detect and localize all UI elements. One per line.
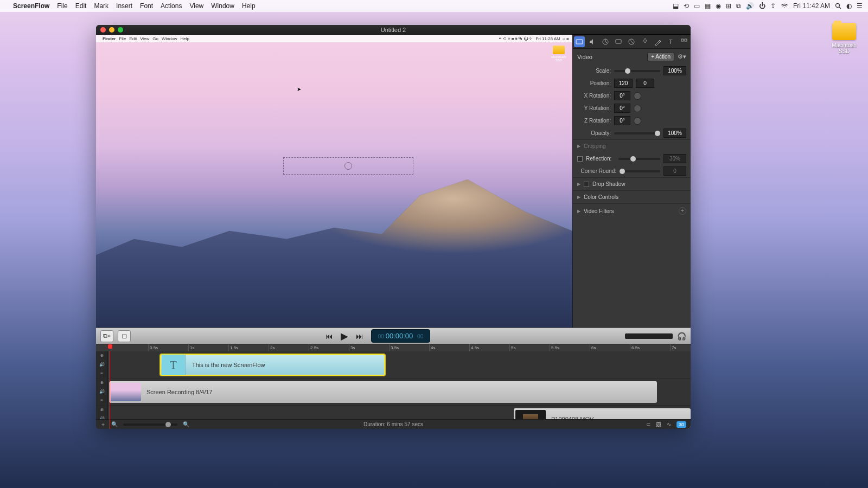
status-sync-icon[interactable]: ⟲ <box>684 2 689 10</box>
minimize-button[interactable] <box>109 27 114 33</box>
crop-button[interactable]: ▢ <box>118 330 131 342</box>
add-action-button[interactable]: + Action <box>647 52 674 61</box>
fps-badge[interactable]: 30 <box>676 421 686 428</box>
menu-file[interactable]: File <box>57 2 67 10</box>
track-visible-icon[interactable]: 👁 <box>100 408 104 413</box>
status-calendar-icon[interactable]: ▦ <box>705 2 711 10</box>
timeline-track-2[interactable]: 👁🔊≡ Screen Recording 8/4/17 <box>96 378 691 406</box>
track-visible-icon[interactable]: 👁 <box>100 381 104 386</box>
reflection-slider[interactable] <box>618 158 660 160</box>
layers-button[interactable]: ⧉» <box>100 330 113 342</box>
zoom-slider[interactable] <box>123 423 177 426</box>
prev-button[interactable]: ⏮ <box>326 332 333 341</box>
timeline-track-1[interactable]: 👁🔊≡ T This is the new ScreenFlow <box>96 351 691 378</box>
tab-annotations[interactable] <box>640 36 650 47</box>
text-clip[interactable]: T This is the new ScreenFlow <box>160 354 385 376</box>
zoom-button[interactable] <box>118 27 123 33</box>
status-dropbox-icon[interactable]: ⬓ <box>673 2 679 10</box>
track-menu-icon[interactable]: ≡ <box>100 398 103 403</box>
zrot-dial[interactable] <box>634 117 641 125</box>
picture-icon[interactable]: 🖼 <box>656 421 661 427</box>
timeline-ruler[interactable]: 0.5s 1s 1.5s 2s 2.5s 3s 3.5s 4s 4.5s 5s … <box>96 344 691 351</box>
menu-insert[interactable]: Insert <box>116 2 132 10</box>
screen-clip[interactable]: Screen Recording 8/4/17 <box>109 381 657 403</box>
tab-text[interactable]: T <box>666 36 676 47</box>
magnet-icon[interactable]: ⊂ <box>646 421 650 427</box>
time-display[interactable]: 00:00:00:00 00 <box>371 329 430 343</box>
menu-mark[interactable]: Mark <box>94 2 108 10</box>
play-button[interactable]: ▶ <box>341 330 348 342</box>
menu-font[interactable]: Font <box>140 2 153 10</box>
track-visible-icon[interactable]: 👁 <box>100 354 104 358</box>
track-menu-icon[interactable]: ≡ <box>100 371 103 376</box>
close-button[interactable] <box>100 27 106 33</box>
opacity-value[interactable]: 100% <box>663 129 686 138</box>
tab-media[interactable] <box>679 36 690 47</box>
opacity-slider[interactable] <box>614 132 660 134</box>
zoom-in-icon[interactable]: 🔍 <box>183 421 189 427</box>
inner-drive-label: Macintosh SSD <box>551 55 567 62</box>
position-x-input[interactable] <box>614 79 633 88</box>
status-spotlight-icon[interactable] <box>835 3 841 9</box>
status-airplay-icon[interactable]: ⇪ <box>770 2 776 10</box>
status-app1-icon[interactable]: ◉ <box>716 2 721 10</box>
menu-actions[interactable]: Actions <box>161 2 182 10</box>
tab-audio[interactable] <box>587 36 598 47</box>
scale-value[interactable]: 100% <box>663 66 686 75</box>
window-titlebar[interactable]: Untitled 2 <box>96 25 691 35</box>
xrot-input[interactable] <box>614 91 630 100</box>
rotate-handle-icon[interactable] <box>344 162 352 170</box>
yrot-input[interactable] <box>614 104 630 113</box>
status-notifications-icon[interactable]: ☰ <box>857 2 863 10</box>
tab-pen[interactable] <box>653 36 663 47</box>
menu-view[interactable]: View <box>189 2 203 10</box>
desktop-drive-icon[interactable]: Macintosh SSD <box>828 23 860 54</box>
headphones-icon[interactable]: 🎧 <box>677 332 686 341</box>
next-button[interactable]: ⏭ <box>356 332 363 341</box>
colorcontrols-section[interactable]: ▶ Color Controls <box>573 190 691 203</box>
track-audio-icon[interactable]: 🔊 <box>99 362 105 367</box>
track-controls[interactable]: 👁🔊≡ <box>96 351 108 378</box>
videofilters-section[interactable]: ▶ Video Filters + <box>573 203 691 218</box>
status-siri-icon[interactable]: ◐ <box>846 2 852 10</box>
tab-video[interactable] <box>574 36 585 47</box>
track-controls[interactable]: 👁🔊≡ <box>96 378 108 405</box>
audio-wave-icon[interactable]: ∿ <box>667 421 671 427</box>
status-display-icon[interactable]: ▭ <box>694 2 700 10</box>
zrot-input[interactable] <box>614 116 630 125</box>
menu-edit[interactable]: Edit <box>75 2 87 10</box>
status-volume-icon[interactable]: 🔊 <box>746 2 754 10</box>
tab-touch[interactable] <box>626 36 637 47</box>
inspector-gear-icon[interactable]: ⚙▾ <box>678 53 686 60</box>
corner-slider[interactable] <box>620 170 660 172</box>
cropping-section[interactable]: ▶ Cropping <box>573 139 691 152</box>
timeline[interactable]: 👁🔊≡ T This is the new ScreenFlow 👁🔊≡ Scr… <box>96 351 691 429</box>
status-clock[interactable]: Fri 11:42 AM <box>793 2 830 10</box>
playhead[interactable] <box>108 344 112 349</box>
position-y-input[interactable] <box>636 79 654 88</box>
zoom-out-icon[interactable]: 🔍 <box>111 421 118 427</box>
reflection-value[interactable]: 30% <box>663 154 686 163</box>
track-audio-icon[interactable]: 🔊 <box>99 389 105 394</box>
text-selection-box[interactable] <box>283 157 413 175</box>
opacity-label: Opacity: <box>577 130 611 136</box>
canvas-area[interactable]: Finder File Edit View Go Window Help ▭ ⟲… <box>96 35 572 328</box>
status-wifi-icon[interactable] <box>781 3 788 9</box>
dropshadow-checkbox[interactable] <box>584 182 589 187</box>
menu-help[interactable]: Help <box>242 2 256 10</box>
tab-callout[interactable] <box>613 36 624 47</box>
yrot-dial[interactable] <box>634 105 641 112</box>
app-name[interactable]: ScreenFlow <box>13 2 49 10</box>
status-power-icon[interactable]: ⏻ <box>759 2 765 10</box>
reflection-checkbox[interactable] <box>577 156 583 162</box>
scale-slider[interactable] <box>614 70 660 72</box>
status-cc-icon[interactable]: ⧉ <box>736 2 741 10</box>
tab-screenrec[interactable] <box>600 36 611 47</box>
status-app2-icon[interactable]: ⊞ <box>726 2 731 10</box>
add-filter-button[interactable]: + <box>679 207 686 215</box>
corner-value[interactable]: 0 <box>663 166 686 176</box>
xrot-dial[interactable] <box>634 92 641 100</box>
dropshadow-section[interactable]: ▶ Drop Shadow <box>573 177 691 190</box>
menu-window[interactable]: Window <box>211 2 234 10</box>
add-track-button[interactable]: ＋ <box>100 421 106 428</box>
